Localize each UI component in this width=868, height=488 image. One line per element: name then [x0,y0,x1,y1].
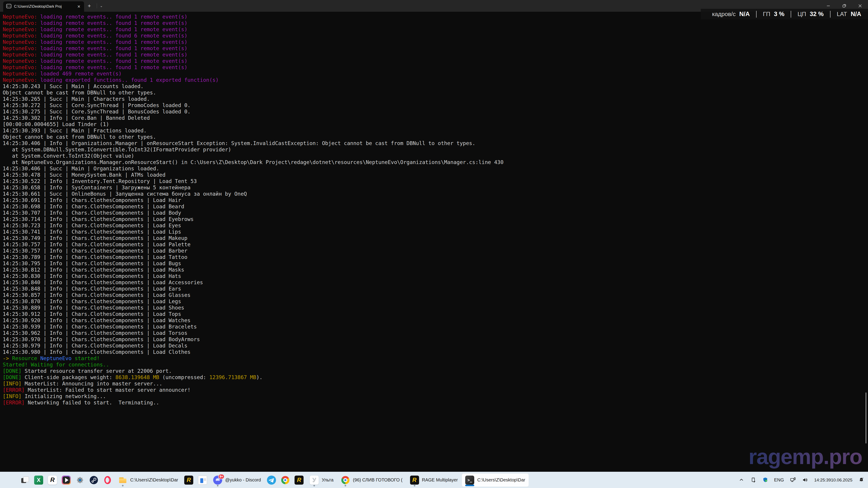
active-window-indicator [465,485,474,486]
console-line: -> Resource NeptuneEvo started! [3,355,504,361]
console-line: 14:25:30.265 | Succ | Main | Characters … [3,96,504,102]
network-icon[interactable] [790,477,796,483]
console-line: 14:25:30.889 | Info | Chars.ClothesCompo… [3,304,504,311]
perf-separator [791,11,791,18]
open-window-dot [345,485,346,486]
taskbar-window-explorer[interactable]: C:\Users\Z\Desktop\Dar [115,474,182,487]
taskbar-pinned-media-player[interactable] [60,474,73,487]
console-line: 14:25:30.939 | Info | Chars.ClothesCompo… [3,324,504,330]
console-line: 14:25:30.920 | Info | Chars.ClothesCompo… [3,317,504,324]
console-line: Started! Waiting for connections.. [3,361,504,368]
icon-wrap [198,476,207,485]
console-line: [00:00:00.0004655] Load Tinder (1) [3,121,504,127]
console-line: 14:25:30.393 | Succ | Main | Fractions l… [3,127,504,134]
usb-device-icon[interactable] [750,477,756,483]
taskbar-window-telegram[interactable] [265,474,278,487]
console-line: at System.DBNull.System.IConvertible.ToI… [3,147,504,153]
ulta-icon: У [310,476,319,485]
rage-black-icon: R [184,476,193,485]
media-player-icon [62,476,71,485]
terminal-tab[interactable]: C:\ C:\Users\Z\Desktop\Dark Proj ✕ [3,1,84,12]
icon-wrap [281,476,290,485]
console-line: NeptuneEvo: loading remote events.. foun… [3,13,504,20]
blue-window-icon [198,476,207,485]
console-output: NeptuneEvo: loading remote events.. foun… [3,13,504,406]
taskbar-pinned-steam[interactable] [87,474,100,487]
telegram-icon [267,476,276,485]
taskbar-pinned-start[interactable] [4,474,18,487]
tab-divider [97,3,97,8]
icon-wrap [62,476,71,485]
console-line: at System.Convert.ToInt32(Object value) [3,153,504,159]
console-line: [ERROR] Networking failed to start. Term… [3,399,504,406]
icon-wrap [75,476,85,485]
taskbar-window-rage-black[interactable]: R [292,474,306,487]
console-line: 14:25:30.478 | Succ | MoneySystem.Bank |… [3,172,504,178]
taskbar-pinned-settings[interactable] [73,474,87,487]
console-line: 14:25:30.698 | Info | Chars.ClothesCompo… [3,203,504,210]
console-line: NeptuneEvo: loading remote events.. foun… [3,33,504,39]
console-line: 14:25:30.707 | Info | Chars.ClothesCompo… [3,210,504,216]
perf-metric-label: кадров/с [712,11,736,18]
taskbar-pinned-task-view[interactable] [18,474,31,487]
console-line: 14:25:30.979 | Info | Chars.ClothesCompo… [3,343,504,349]
console-line: NeptuneEvo: loading remote events.. foun… [3,52,504,58]
console-line: [DONE] Client-side packages weight: 8638… [3,374,504,381]
open-window-dot [217,485,219,486]
icon-wrap [267,476,276,485]
windows-security-shield-icon[interactable] [762,477,768,483]
icon-wrap: 9+ [213,476,222,485]
console-line: 14:25:30.272 | Succ | Core.SyncThread | … [3,102,504,108]
console-line: 14:25:30.302 | Info | Core.Ban | Banned … [3,115,504,121]
cmd-icon: C:\ [6,3,12,10]
taskbar-window-chrome[interactable] [279,474,292,487]
tray-chevron-up-icon[interactable] [739,477,744,483]
console-line: 14:25:30.275 | Succ | Core.SyncThread | … [3,108,504,115]
tray-date: 10.06.2025 [831,477,852,483]
taskbar-window-ulta[interactable]: УУльта [306,474,337,487]
taskbar-window-label: RAGE Multiplayer [422,477,458,483]
icon-wrap: У [310,476,319,485]
notification-bell-icon[interactable]: zz [858,477,864,483]
console-line: 14:25:30.830 | Info | Chars.ClothesCompo… [3,273,504,279]
scrollbar-thumb[interactable] [866,392,866,444]
taskbar-window-chrome[interactable]: (96) СЛИВ ГОТОВОГО ( [338,474,406,487]
taskbar-window-blue-window[interactable] [196,474,209,487]
console-line: [ERROR] MasterList: Failed to start mast… [3,387,504,393]
new-tab-button[interactable]: + [88,0,91,12]
icon-wrap: R [410,476,419,485]
icon-wrap: R [184,476,193,485]
console-line: 14:25:30.658 | Info | SysContainers | За… [3,184,504,191]
open-window-dot [313,485,315,486]
language-indicator[interactable]: ENG [774,477,784,483]
taskbar-pinned-excel[interactable]: X [32,474,45,487]
tab-title: C:\Users\Z\Desktop\Dark Proj [14,4,74,8]
console-line: 14:25:30.870 | Info | Chars.ClothesCompo… [3,298,504,304]
taskbar-window-label: @yukko - Discord [225,477,261,483]
console-line: NeptuneEvo: loading remote events.. foun… [3,58,504,64]
console-line: 14:25:30.691 | Info | Chars.ClothesCompo… [3,197,504,203]
rage-white-icon: R [48,476,57,485]
tabs-dropdown-icon[interactable]: ⌄ [100,0,103,12]
console-line: at NeptuneEvo.Organizations.Manager.onRe… [3,159,504,165]
taskbar-window-terminal[interactable]: >_C:\Users\Z\Desktop\Dar [462,474,528,487]
console-line: [DONE] Started resource transfer server … [3,368,504,374]
taskbar-pinned-opera-gx[interactable] [101,474,114,487]
taskbar-window-discord[interactable]: 9+@yukko - Discord [210,474,264,487]
taskbar-window-label: (96) СЛИВ ГОТОВОГО ( [353,477,402,483]
taskbar-window-rage-black[interactable]: RRAGE Multiplayer [407,474,461,487]
steam-icon [89,476,98,485]
clock[interactable]: 14:25:39 10.06.2025 [814,477,852,483]
tab-close-icon[interactable]: ✕ [76,4,81,9]
explorer-icon [118,476,127,485]
perf-metric-value: N/A [851,11,862,18]
taskbar-pinned-rage-white[interactable]: R [46,474,59,487]
console-line: NeptuneEvo: loading remote events.. foun… [3,64,504,70]
taskbar-window-rage-black[interactable]: R [182,474,195,487]
console-line: 14:25:30.723 | Info | Chars.ClothesCompo… [3,222,504,229]
console-line: 14:25:30.406 | Succ | Main | Organizatio… [3,165,504,172]
speaker-icon[interactable] [802,477,808,483]
console-line: 14:25:30.962 | Info | Chars.ClothesCompo… [3,330,504,336]
perf-metric: ГП3 % [763,11,784,18]
rage-black-icon: R [410,476,419,485]
